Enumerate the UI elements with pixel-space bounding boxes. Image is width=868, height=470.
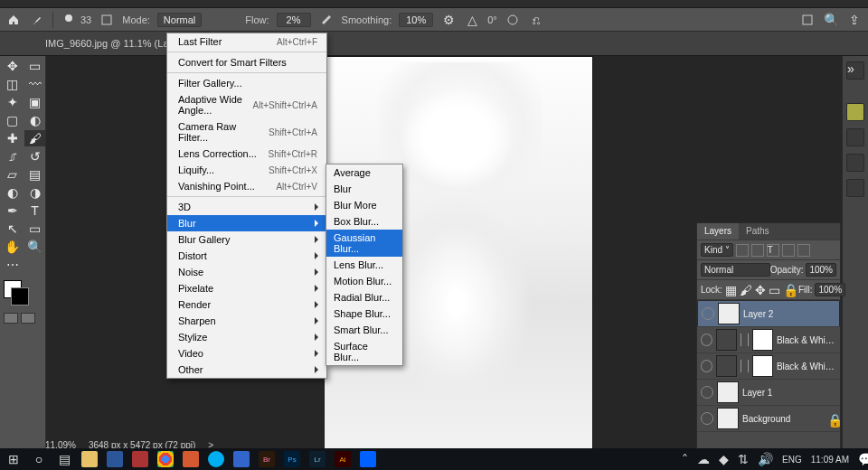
chrome-icon[interactable]	[157, 451, 174, 467]
layer-mask[interactable]	[752, 355, 773, 377]
airbrush-icon[interactable]	[318, 12, 335, 28]
mi-blur[interactable]: Blur	[167, 215, 326, 231]
app-icon-3[interactable]	[233, 451, 250, 467]
shape-tool[interactable]: ▭	[24, 221, 45, 237]
angle-value[interactable]: 0°	[487, 14, 497, 25]
history-brush-tool[interactable]: ↺	[24, 148, 45, 164]
tray-vol-icon[interactable]: 🔊	[758, 453, 773, 465]
marquee-tool[interactable]: ◫	[2, 76, 23, 92]
layer-black-white-1[interactable]: Black & White 1	[697, 353, 840, 380]
tray-wifi-icon[interactable]: ⇅	[738, 453, 749, 465]
mi-last-filter[interactable]: Last FilterAlt+Ctrl+F	[167, 33, 326, 50]
filter-smart-icon[interactable]	[797, 244, 810, 257]
kind-select[interactable]: Kind ˅	[701, 243, 733, 257]
tray-dropbox-icon[interactable]: ◆	[719, 453, 729, 465]
blur-tool[interactable]: ◐	[2, 184, 23, 201]
swatches-panel-icon[interactable]	[846, 128, 864, 146]
mi-motion-blur-[interactable]: Motion Blur...	[326, 273, 402, 289]
smoothing-value[interactable]: 10%	[399, 13, 433, 27]
illustrator-icon[interactable]: Ai	[335, 451, 351, 467]
mi-stylize[interactable]: Stylize	[167, 329, 326, 345]
layer-name[interactable]: Black & White 2	[777, 335, 836, 345]
app-icon-2[interactable]	[183, 451, 199, 467]
menubar[interactable]	[0, 0, 868, 8]
mi-lens-blur-[interactable]: Lens Blur...	[326, 257, 402, 273]
lasso-tool[interactable]: 〰	[24, 76, 45, 92]
mi-surface-blur-[interactable]: Surface Blur...	[326, 338, 402, 365]
mi-convert-smart[interactable]: Convert for Smart Filters	[167, 54, 326, 70]
mi-other[interactable]: Other	[167, 362, 326, 378]
mi-distort[interactable]: Distort	[167, 248, 326, 264]
mi-filter-gallery-[interactable]: Filter Gallery...	[167, 75, 326, 91]
libraries-panel-icon[interactable]	[846, 154, 864, 172]
dodge-tool[interactable]: ◑	[24, 184, 45, 201]
panel-icon[interactable]	[799, 12, 816, 28]
mi-camera-raw-filter-[interactable]: Camera Raw Filter...Shift+Ctrl+A	[167, 118, 326, 146]
flow-value[interactable]: 2%	[277, 13, 311, 27]
mi-shape-blur-[interactable]: Shape Blur...	[326, 306, 402, 322]
mi-pixelate[interactable]: Pixelate	[167, 280, 326, 296]
eraser-tool[interactable]: ▱	[2, 166, 23, 183]
layer-layer-1[interactable]: Layer 1	[697, 380, 840, 406]
lock-trans-icon[interactable]: ▦	[725, 284, 737, 296]
layer-name[interactable]: Layer 2	[743, 309, 773, 319]
tablet-pressure-icon[interactable]	[505, 12, 521, 28]
mi-average[interactable]: Average	[326, 164, 402, 181]
mi-adaptive-wide-angle-[interactable]: Adaptive Wide Angle...Alt+Shift+Ctrl+A	[167, 91, 326, 118]
layer-layer-2[interactable]: Layer 2	[697, 300, 840, 327]
tab-layers[interactable]: Layers	[697, 223, 739, 240]
pen-tool[interactable]: ✒	[2, 202, 23, 219]
move-tool[interactable]: ✥	[2, 58, 23, 74]
tray-cloud-icon[interactable]: ☁	[697, 453, 710, 465]
tray-up-icon[interactable]: ˄	[682, 453, 688, 465]
filter-pixel-icon[interactable]	[736, 244, 749, 257]
eyedropper-tool[interactable]: ◐	[24, 112, 45, 128]
mi-gaussian-blur-[interactable]: Gaussian Blur...	[326, 230, 402, 257]
fill-value[interactable]: 100%	[815, 283, 845, 296]
start-icon[interactable]: ⊞	[5, 451, 22, 467]
opacity-value[interactable]: 100%	[806, 263, 836, 277]
layer-mask[interactable]	[752, 329, 773, 351]
search-icon[interactable]: 🔍	[823, 12, 839, 28]
mi-sharpen[interactable]: Sharpen	[167, 313, 326, 329]
zoom-tool[interactable]: 🔍	[24, 239, 45, 255]
layer-name[interactable]: Black & White 1	[777, 362, 836, 371]
mi-vanishing-point-[interactable]: Vanishing Point...Alt+Ctrl+V	[167, 178, 326, 194]
layer-black-white-2[interactable]: Black & White 2	[697, 327, 840, 353]
mi-box-blur-[interactable]: Box Blur...	[326, 213, 402, 230]
mi-blur-more[interactable]: Blur More	[326, 197, 402, 213]
lock-nest-icon[interactable]: ▭	[769, 284, 780, 296]
quick-select-tool[interactable]: ✦	[2, 94, 23, 110]
adjustments-panel-icon[interactable]	[846, 179, 864, 197]
tab-paths[interactable]: Paths	[739, 223, 777, 240]
visibility-icon[interactable]	[701, 386, 713, 399]
mi-render[interactable]: Render	[167, 296, 326, 313]
visibility-icon[interactable]	[701, 360, 712, 372]
mi-liquify-[interactable]: Liquify...Shift+Ctrl+X	[167, 162, 326, 178]
frame-tool[interactable]: ▢	[2, 112, 23, 128]
mi-lens-correction-[interactable]: Lens Correction...Shift+Ctrl+R	[167, 146, 326, 162]
bridge-icon[interactable]: Br	[259, 451, 275, 467]
tray-lang[interactable]: ENG	[782, 455, 802, 465]
gradient-tool[interactable]: ▤	[24, 166, 45, 183]
mi-3d[interactable]: 3D	[167, 199, 326, 215]
heal-tool[interactable]: ✚	[2, 130, 23, 146]
taskview-icon[interactable]: ▤	[56, 451, 72, 467]
crop-tool[interactable]: ▣	[24, 94, 45, 110]
search-icon[interactable]: ○	[31, 451, 47, 467]
clone-tool[interactable]: ⎎	[2, 148, 23, 164]
screenmode-icon[interactable]	[21, 313, 35, 324]
symmetry-icon[interactable]: ⎌	[528, 12, 544, 28]
mode-select[interactable]: Normal	[157, 13, 202, 27]
background-swatch[interactable]	[11, 287, 29, 306]
app-icon-1[interactable]	[132, 451, 148, 467]
mi-video[interactable]: Video	[167, 345, 326, 362]
lightroom-icon[interactable]: Lr	[309, 451, 326, 467]
filter-adj-icon[interactable]	[751, 244, 764, 257]
visibility-icon[interactable]	[701, 412, 713, 425]
brush-panel-icon[interactable]	[99, 12, 115, 28]
notifications-icon[interactable]: 💬	[858, 453, 868, 465]
word-icon[interactable]	[107, 451, 123, 467]
mi-radial-blur-[interactable]: Radial Blur...	[326, 289, 402, 306]
share-icon[interactable]: ⇪	[846, 12, 863, 28]
